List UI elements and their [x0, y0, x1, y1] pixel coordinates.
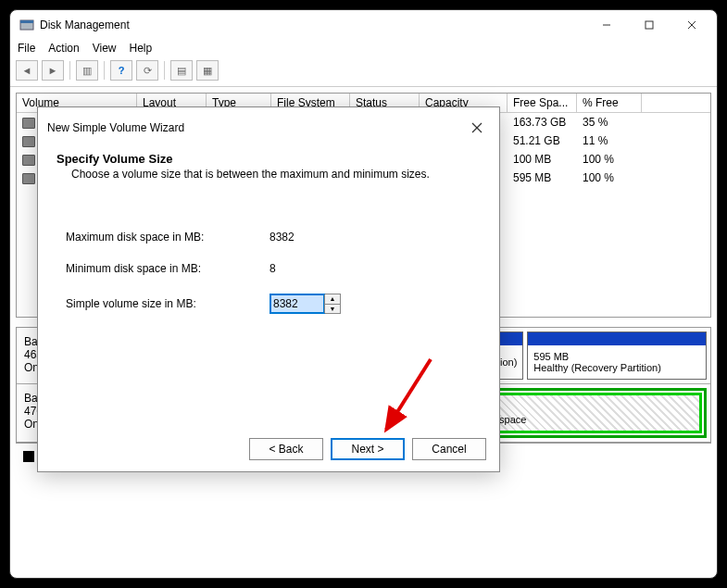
panel-icon[interactable]: ▥ — [76, 60, 98, 81]
disk-icon — [22, 155, 35, 166]
spinner-down-icon[interactable]: ▼ — [325, 305, 340, 314]
min-space-value: 8 — [269, 262, 381, 275]
minimize-button[interactable] — [585, 10, 628, 40]
back-button[interactable]: < Back — [249, 438, 323, 460]
max-space-value: 8382 — [269, 231, 381, 244]
disk-icon — [22, 136, 35, 147]
menu-help[interactable]: Help — [130, 42, 153, 55]
wizard-dialog: New Simple Volume Wizard Specify Volume … — [37, 106, 500, 472]
menu-file[interactable]: File — [18, 42, 35, 55]
disk-icon — [22, 173, 35, 184]
svg-rect-1 — [20, 20, 33, 23]
volume-size-input[interactable] — [270, 294, 324, 313]
app-icon — [19, 18, 34, 32]
swatch-unallocated — [23, 451, 34, 462]
menu-action[interactable]: Action — [48, 42, 79, 55]
close-button[interactable] — [671, 10, 713, 40]
volume-size-spinner: ▲ ▼ — [269, 294, 341, 314]
menu-view[interactable]: View — [93, 42, 117, 55]
wizard-heading: Specify Volume Size — [56, 152, 481, 166]
view-bottom-icon[interactable]: ▦ — [196, 60, 219, 81]
partition-free[interactable]: Free space — [467, 393, 702, 433]
wizard-header: Specify Volume Size Choose a volume size… — [38, 148, 499, 194]
maximize-button[interactable] — [628, 10, 671, 40]
wizard-title: New Simple Volume Wizard — [47, 121, 464, 134]
cancel-button[interactable]: Cancel — [412, 438, 486, 460]
col-free[interactable]: Free Spa... — [508, 94, 577, 112]
partition-recovery[interactable]: 595 MB Healthy (Recovery Partition) — [527, 332, 707, 380]
window-title: Disk Management — [40, 19, 585, 31]
view-top-icon[interactable]: ▤ — [170, 60, 193, 81]
min-space-label: Minimum disk space in MB: — [66, 262, 269, 275]
volume-size-label: Simple volume size in MB: — [66, 297, 269, 310]
wizard-titlebar: New Simple Volume Wizard — [38, 107, 499, 148]
max-space-label: Maximum disk space in MB: — [66, 231, 269, 244]
wizard-close-button[interactable] — [464, 115, 490, 141]
wizard-subheading: Choose a volume size that is between the… — [56, 168, 481, 181]
disk-icon — [22, 118, 35, 129]
back-icon[interactable]: ◄ — [16, 60, 38, 81]
menubar: File Action View Help — [10, 40, 717, 58]
spinner-up-icon[interactable]: ▲ — [325, 294, 340, 305]
titlebar: Disk Management — [10, 10, 717, 40]
refresh-icon[interactable]: ⟳ — [136, 60, 158, 81]
forward-icon[interactable]: ► — [42, 60, 64, 81]
col-pct[interactable]: % Free — [577, 94, 642, 112]
svg-rect-3 — [646, 21, 653, 29]
toolbar: ◄ ► ▥ ? ⟳ ▤ ▦ — [10, 58, 717, 87]
help-icon[interactable]: ? — [110, 60, 132, 81]
next-button[interactable]: Next > — [331, 438, 405, 460]
